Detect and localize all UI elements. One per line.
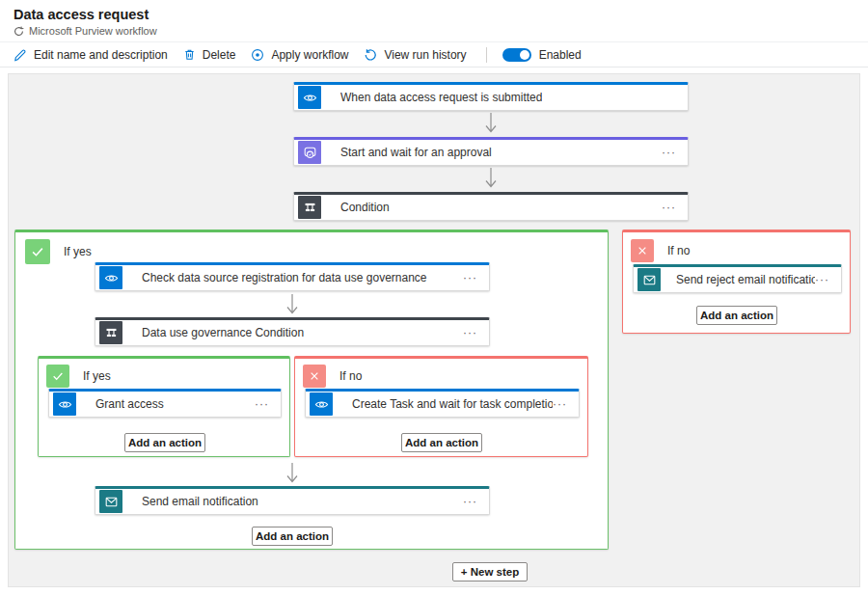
toggle-label: Enabled (539, 48, 582, 62)
toolbar-label: Edit name and description (34, 48, 168, 62)
node-menu-button[interactable]: ··· (662, 148, 676, 157)
node-label: Data use governance Condition (142, 326, 304, 339)
email-icon (99, 490, 122, 513)
toolbar-label: Apply workflow (271, 48, 348, 62)
node-label: Send reject email notification (676, 273, 815, 286)
branch-header: If yes (25, 239, 92, 264)
node-label: Condition (340, 201, 390, 214)
email-icon (637, 268, 661, 291)
apply-workflow-button[interactable]: Apply workflow (251, 48, 348, 62)
node-menu-button[interactable]: ··· (815, 275, 829, 284)
sub-branch-if-no: If no Create Task and wait for task comp… (294, 356, 588, 457)
send-reject-email-node[interactable]: Send reject email notification ··· (633, 264, 842, 293)
run-history-icon (364, 48, 377, 62)
branch-label: If yes (64, 245, 92, 258)
condition-icon (298, 196, 321, 219)
check-registration-node[interactable]: Check data source registration for data … (95, 262, 490, 291)
eye-icon (53, 392, 76, 416)
branch-header: If yes (46, 365, 111, 388)
page-title: Data access request (14, 7, 149, 22)
trash-icon (183, 48, 196, 61)
edit-name-description-button[interactable]: Edit name and description (14, 48, 168, 62)
node-menu-button[interactable]: ··· (553, 399, 567, 409)
add-action-button[interactable]: Add an action (401, 433, 482, 452)
node-menu-button[interactable]: ··· (463, 497, 477, 506)
toolbar-label: View run history (384, 48, 466, 62)
view-run-history-button[interactable]: View run history (364, 48, 466, 62)
workflow-type: Microsoft Purview workflow (14, 25, 157, 37)
node-label: Start and wait for an approval (340, 146, 492, 159)
trigger-node[interactable]: When data access request is submitted (293, 82, 689, 111)
add-action-button[interactable]: Add an action (124, 433, 205, 452)
approval-node[interactable]: Start and wait for an approval ··· (293, 137, 689, 166)
branch-if-yes: If yes Check data source registration fo… (14, 230, 609, 550)
condition-icon (99, 321, 122, 344)
send-email-node[interactable]: Send email notification ··· (95, 486, 490, 515)
x-icon (303, 365, 326, 388)
check-icon (46, 365, 69, 388)
node-label: Check data source registration for data … (142, 271, 427, 284)
branch-header: If no (631, 239, 690, 262)
arrow-down-icon (285, 293, 300, 317)
arrow-down-icon (285, 462, 300, 486)
sync-icon (14, 26, 24, 37)
grant-access-node[interactable]: Grant access ··· (48, 389, 282, 418)
node-menu-button[interactable]: ··· (463, 328, 477, 338)
arrow-down-icon (483, 167, 499, 191)
pencil-icon (14, 48, 27, 62)
branch-label: If no (667, 244, 690, 257)
workflow-type-label: Microsoft Purview workflow (29, 25, 157, 37)
branch-label: If yes (83, 369, 111, 383)
apply-workflow-icon (251, 48, 264, 62)
command-bar: Edit name and description Delete Apply w… (0, 41, 868, 68)
eye-icon (298, 86, 321, 109)
condition-node[interactable]: Condition ··· (293, 192, 689, 221)
toolbar-divider (486, 47, 487, 63)
delete-button[interactable]: Delete (183, 48, 236, 62)
x-icon (631, 239, 654, 262)
eye-icon (99, 266, 122, 289)
branch-label: If no (339, 369, 362, 383)
branch-header: If no (303, 365, 362, 388)
sub-branch-if-yes: If yes Grant access ··· Add an action (38, 356, 290, 457)
eye-icon (310, 392, 333, 416)
node-menu-button[interactable]: ··· (255, 399, 269, 409)
node-label: Grant access (95, 397, 164, 411)
governance-condition-node[interactable]: Data use governance Condition ··· (95, 317, 490, 346)
branch-if-no: If no Send reject email notification ···… (622, 230, 851, 334)
node-menu-button[interactable]: ··· (662, 203, 676, 212)
toggle-knob (520, 50, 529, 60)
node-menu-button[interactable]: ··· (463, 273, 477, 283)
create-task-node[interactable]: Create Task and wait for task completion… (305, 389, 580, 418)
check-icon (25, 239, 50, 264)
node-label: When data access request is submitted (340, 91, 542, 104)
node-label: Send email notification (142, 495, 258, 508)
enabled-toggle[interactable] (502, 48, 531, 62)
page-header: Data access request Microsoft Purview wo… (0, 0, 868, 41)
workflow-canvas: When data access request is submitted St… (8, 73, 860, 587)
toolbar-label: Delete (203, 48, 236, 62)
approval-icon (298, 141, 321, 164)
arrow-down-icon (483, 112, 499, 136)
new-step-button[interactable]: + New step (452, 562, 528, 581)
node-label: Create Task and wait for task completion (352, 397, 553, 411)
add-action-button[interactable]: Add an action (696, 306, 777, 325)
add-action-button[interactable]: Add an action (252, 527, 333, 546)
